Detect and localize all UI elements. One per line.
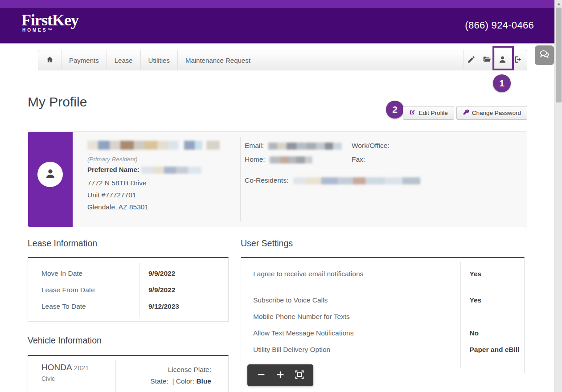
fax-line: Fax: [352, 155, 521, 164]
vehicle-plate-block: License Plate: State: | Color: Blue [117, 364, 228, 387]
edit-lease-button[interactable] [463, 50, 479, 70]
table-row: Lease To Date 9/12/2023 [28, 298, 228, 314]
minus-icon [256, 370, 266, 381]
redacted-home-phone [270, 156, 312, 163]
vehicle-make: HONDA [41, 363, 72, 372]
resident-address-block: (Primary Resident) Preferred Name: 7772 … [87, 141, 220, 213]
annotation-highlight-box [492, 46, 514, 70]
license-plate-line: License Plate: [117, 364, 211, 376]
lease-information-heading: Lease Information [28, 238, 97, 249]
nav-maintenance-request[interactable]: Maintenance Request [177, 50, 258, 70]
vehicle-year: 2021 [74, 364, 89, 372]
user-settings-table: I agree to receive email notifications Y… [241, 257, 525, 373]
annotation-step-1: 1 [493, 74, 511, 92]
setting-label: I agree to receive email notifications [241, 270, 459, 278]
home-phone-line: Home: [245, 155, 352, 164]
user-settings-heading: User Settings [241, 238, 293, 249]
header-bar: FirstKey HOMES™ (866) 924-0466 [0, 8, 562, 44]
setting-value: Yes [459, 296, 524, 305]
nav-lease[interactable]: Lease [107, 50, 140, 70]
fit-screen-icon [295, 370, 304, 381]
state-color-line: State: | Color: Blue [117, 376, 211, 387]
setting-label: Subscribe to Voice Calls [241, 296, 459, 304]
preferred-name-line: Preferred Name: [87, 166, 220, 174]
vehicle-make-year: HONDA 2021 [41, 363, 115, 372]
nav-payments[interactable]: Payments [61, 50, 107, 70]
nav-home[interactable] [38, 50, 61, 70]
co-residents-line: Co-Residents: [245, 176, 521, 185]
table-row: Move In Date 9/9/2022 [28, 265, 228, 282]
nav-utilities[interactable]: Utilities [140, 50, 177, 70]
change-password-button[interactable]: Change Password [456, 106, 527, 120]
edit-profile-button[interactable]: Edit Profile [403, 106, 454, 120]
license-plate-label: License Plate: [168, 366, 211, 373]
key-icon [463, 109, 469, 117]
table-row: Lease From Date 9/9/2022 [28, 282, 228, 298]
logo-wordmark: FirstKey [21, 12, 78, 29]
documents-button[interactable] [479, 50, 494, 70]
resident-portal-screen: FirstKey HOMES™ (866) 924-0466 Payments … [0, 0, 562, 392]
address-line-1: 7772 N 58TH Drive [87, 177, 220, 189]
setting-label: Allow Text Message Notifications [241, 329, 459, 337]
live-chat-button[interactable] [535, 45, 554, 65]
co-residents-label: Co-Residents: [245, 176, 288, 184]
change-password-label: Change Password [472, 110, 521, 116]
separator: | [172, 377, 174, 385]
address-line-2: Unit #77727701 [87, 189, 220, 201]
scrollbar-thumb[interactable] [556, 8, 562, 102]
folder-open-icon [483, 55, 491, 65]
lease-row-label: Move In Date [28, 270, 139, 278]
profile-card-divider [240, 137, 241, 221]
redacted-preferred-name [141, 167, 201, 174]
fax-label: Fax: [352, 155, 365, 163]
resident-type-label: (Primary Resident) [87, 156, 220, 163]
table-row: I agree to receive email notifications Y… [241, 265, 524, 282]
table-row: Allow Text Message Notifications No [241, 325, 524, 341]
lease-row-label: Lease To Date [28, 302, 139, 310]
avatar [37, 162, 63, 187]
chat-bubbles-icon [539, 49, 550, 61]
lease-information-table: Move In Date 9/9/2022 Lease From Date 9/… [28, 257, 229, 322]
zoom-in-button[interactable] [273, 368, 288, 383]
page-title: My Profile [28, 94, 87, 110]
redacted-email [268, 143, 342, 150]
plus-icon [275, 370, 285, 381]
scrollbar[interactable] [554, 0, 562, 392]
user-settings-table-divider [460, 262, 461, 368]
table-row: Subscribe to Voice Calls Yes [241, 292, 524, 308]
table-row: Mobile Phone Number for Texts [241, 308, 524, 325]
firstkey-logo[interactable]: FirstKey HOMES™ [21, 12, 78, 33]
home-phone-label: Home: [245, 155, 265, 163]
vehicle-make-block: HONDA 2021 Civic [28, 363, 115, 382]
lease-row-value: 9/9/2022 [139, 286, 175, 294]
setting-value: No [459, 329, 524, 338]
work-office-line: Work/Office: [352, 142, 521, 151]
fit-to-width-button[interactable] [292, 368, 307, 383]
main-nav-bar: Payments Lease Utilities Maintenance Req… [38, 50, 527, 70]
email-label: Email: [245, 142, 264, 149]
sign-out-icon [514, 55, 522, 65]
zoom-out-button[interactable] [254, 368, 269, 383]
annotation-step-2: 2 [386, 101, 404, 118]
profile-card-accent-panel [28, 132, 73, 227]
setting-label: Mobile Phone Number for Texts [241, 313, 459, 321]
title-button-group: Edit Profile Change Password [403, 106, 527, 120]
vehicle-model: Civic [41, 375, 115, 382]
vehicle-information-table: HONDA 2021 Civic License Plate: State: |… [28, 355, 229, 392]
work-office-label: Work/Office: [352, 142, 390, 149]
preferred-name-label: Preferred Name: [87, 166, 139, 173]
lease-table-divider [139, 262, 140, 317]
lease-row-label: Lease From Date [28, 286, 139, 294]
lease-row-value: 9/9/2022 [139, 270, 175, 278]
setting-value: Yes [459, 270, 524, 278]
edit-profile-label: Edit Profile [418, 110, 447, 116]
scrollbar-up-arrow[interactable] [555, 0, 562, 8]
contact-divider [245, 170, 521, 170]
redacted-resident-name [87, 141, 220, 150]
edit-icon [409, 109, 415, 117]
resident-contact-block: Email: Work/Office: Home: Fax: Co-Reside… [245, 142, 521, 185]
profile-card: (Primary Resident) Preferred Name: 7772 … [28, 131, 527, 227]
color-label: Color: [176, 377, 194, 385]
vehicle-table-divider [115, 360, 116, 392]
home-icon [46, 56, 53, 65]
